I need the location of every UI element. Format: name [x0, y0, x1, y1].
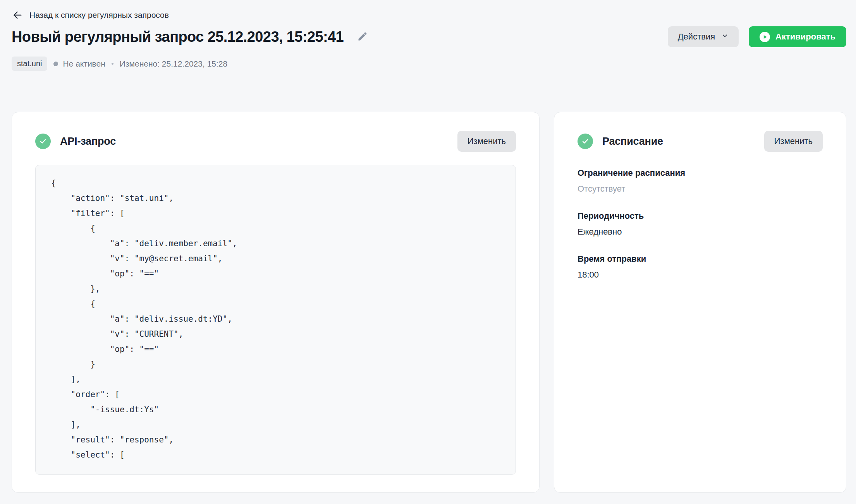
api-card-title: API-запрос [60, 135, 116, 147]
actions-dropdown-label: Действия [678, 32, 715, 42]
separator-dot-icon [112, 63, 113, 65]
schedule-fields: Ограничение расписания Отсутствует Перио… [578, 168, 823, 280]
pencil-icon [357, 31, 368, 43]
api-request-code-block: { "action": "stat.uni", "filter": [ { "a… [35, 165, 516, 475]
field-value: 18:00 [578, 270, 823, 280]
check-circle-icon [578, 134, 593, 149]
api-card-header: API-запрос Изменить [35, 131, 516, 152]
edit-title-button[interactable] [355, 29, 370, 45]
back-arrow-icon [12, 9, 23, 21]
title-row: Новый регулярный запрос 25.12.2023, 15:2… [12, 26, 846, 47]
status: Не активен [53, 59, 105, 69]
activate-button[interactable]: Активировать [749, 26, 846, 47]
check-circle-icon [35, 134, 51, 149]
field-label: Время отправки [578, 254, 823, 264]
action-type-badge: stat.uni [12, 57, 47, 71]
field-label: Периодичность [578, 211, 823, 221]
content: API-запрос Изменить { "action": "stat.un… [12, 112, 846, 493]
play-icon [760, 32, 770, 42]
meta-row: stat.uni Не активен Изменено: 25.12.2023… [12, 57, 846, 71]
api-request-json: { "action": "stat.uni", "filter": [ { "a… [51, 176, 500, 463]
edit-schedule-button[interactable]: Изменить [764, 131, 823, 152]
page-title: Новый регулярный запрос 25.12.2023, 15:2… [12, 29, 344, 45]
actions-dropdown-button[interactable]: Действия [668, 26, 739, 47]
header-actions: Действия Активировать [668, 26, 846, 47]
activate-button-label: Активировать [775, 32, 835, 42]
chevron-down-icon [721, 32, 729, 42]
field-label: Ограничение расписания [578, 168, 823, 178]
back-link[interactable]: Назад к списку регулярных запросов [12, 0, 169, 21]
field-value: Отсутствует [578, 184, 823, 194]
field-value: Ежедневно [578, 227, 823, 237]
page: Назад к списку регулярных запросов Новый… [0, 0, 856, 493]
status-label: Не активен [63, 59, 105, 69]
modified-label: Изменено: 25.12.2023, 15:28 [120, 59, 227, 69]
schedule-card-title: Расписание [602, 135, 663, 147]
status-dot-icon [53, 62, 58, 66]
schedule-restriction-field: Ограничение расписания Отсутствует [578, 168, 823, 194]
edit-api-request-button[interactable]: Изменить [457, 131, 516, 152]
schedule-card: Расписание Изменить Ограничение расписан… [554, 112, 846, 493]
schedule-send-time-field: Время отправки 18:00 [578, 254, 823, 280]
schedule-periodicity-field: Периодичность Ежедневно [578, 211, 823, 237]
schedule-card-header: Расписание Изменить [578, 131, 823, 152]
api-request-card: API-запрос Изменить { "action": "stat.un… [12, 112, 540, 493]
back-link-label: Назад к списку регулярных запросов [29, 10, 169, 20]
